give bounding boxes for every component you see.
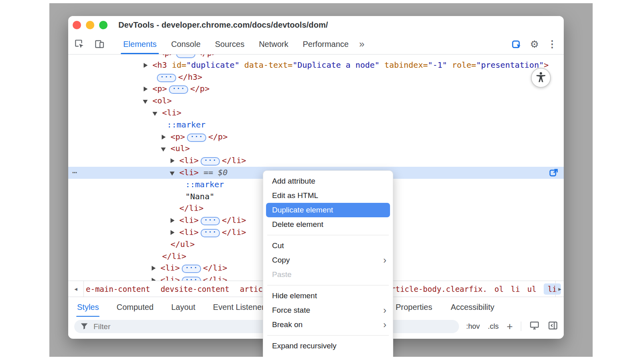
tag-close: </li>	[222, 227, 246, 237]
tag-close: </li>	[222, 156, 246, 165]
tab-network[interactable]: Network	[252, 34, 295, 54]
settings-gear-icon[interactable]: ⚙	[529, 39, 540, 49]
element-action-badge-icon[interactable]	[549, 168, 559, 178]
inline-expand-icon[interactable]: ···	[201, 157, 220, 166]
tag-open: <p>	[171, 132, 185, 142]
minimize-window-button[interactable]	[86, 21, 94, 29]
tag-close: </li>	[222, 215, 246, 225]
inline-expand-icon[interactable]: ···	[157, 74, 176, 82]
row-overflow-dots-icon[interactable]: ⋯	[72, 167, 77, 179]
breadcrumb-item[interactable]: ol	[494, 285, 504, 293]
tag-open: <li>	[162, 108, 181, 117]
tag-close: </p>	[197, 55, 217, 58]
kebab-menu-icon[interactable]: ⋮	[547, 39, 557, 49]
menu-item-label: Force state	[272, 306, 310, 315]
device-toolbar-icon[interactable]	[94, 39, 105, 49]
tab-performance[interactable]: Performance	[296, 34, 356, 54]
tree-row-h3-close[interactable]: ···</h3>	[68, 71, 564, 83]
tab-sources[interactable]: Sources	[208, 34, 252, 54]
tab-styles[interactable]: Styles	[77, 297, 99, 317]
tab-properties[interactable]: Properties	[396, 297, 432, 317]
new-style-rule-button[interactable]: +	[507, 322, 513, 330]
toggle-class-button[interactable]: .cls	[488, 322, 499, 331]
maximize-window-button[interactable]	[99, 21, 108, 29]
tab-console[interactable]: Console	[164, 34, 207, 54]
window-title: DevTools - developer.chrome.com/docs/dev…	[118, 20, 328, 30]
menu-item-collapse-children-clipped[interactable]: Collapse children	[263, 353, 393, 357]
expand-arrow-icon[interactable]	[152, 266, 156, 271]
more-tabs-icon[interactable]: »	[359, 38, 364, 50]
menu-item-add-attribute[interactable]: Add attribute	[263, 174, 393, 188]
collapse-arrow-icon[interactable]	[161, 148, 166, 152]
inline-expand-icon[interactable]: ···	[187, 133, 206, 142]
collapse-arrow-icon[interactable]	[143, 100, 148, 104]
breadcrumb-item[interactable]: e-main-content	[86, 285, 150, 293]
close-window-button[interactable]	[73, 21, 81, 29]
tree-row-clipped-top[interactable]: <p>···</p>	[68, 55, 564, 59]
menu-item-delete-element[interactable]: Delete element	[263, 217, 393, 232]
filter-input[interactable]	[93, 322, 215, 332]
tag-open: <li>	[179, 227, 199, 237]
expand-arrow-icon[interactable]	[144, 63, 148, 68]
toggle-sidebar-icon[interactable]	[548, 320, 558, 333]
menu-item-edit-as-html[interactable]: Edit as HTML	[263, 188, 393, 203]
menu-item-duplicate-element[interactable]: Duplicate element	[266, 203, 390, 217]
filter-funnel-icon	[80, 322, 89, 332]
breadcrumb-item[interactable]: li	[511, 285, 520, 293]
expand-arrow-icon[interactable]	[152, 278, 156, 281]
accessibility-widget-button[interactable]	[531, 68, 551, 88]
breadcrumb-item[interactable]: ul	[527, 285, 536, 293]
tab-accessibility[interactable]: Accessibility	[451, 297, 494, 317]
tree-row-h3[interactable]: <h3id="duplicate"data-text="Duplicate a …	[68, 59, 564, 71]
menu-item-break-on[interactable]: Break on›	[263, 317, 393, 332]
tree-row-p[interactable]: <p>···</p>	[68, 83, 564, 95]
menu-item-expand-recursively[interactable]: Expand recursively	[263, 339, 393, 353]
toggle-hover-state-button[interactable]: :hov	[466, 322, 480, 331]
menu-item-label: Add attribute	[272, 177, 315, 186]
inline-expand-icon[interactable]: ···	[201, 229, 220, 237]
inline-expand-icon[interactable]: ···	[182, 277, 201, 281]
menu-item-hide-element[interactable]: Hide element	[263, 289, 393, 303]
inline-expand-icon[interactable]: ···	[201, 217, 220, 225]
collapse-arrow-icon[interactable]	[170, 172, 175, 176]
expand-arrow-icon[interactable]	[144, 87, 148, 91]
tab-computed[interactable]: Computed	[116, 297, 153, 317]
menu-divider	[267, 335, 389, 336]
breadcrumb-item[interactable]: devsite-content	[160, 285, 230, 293]
pseudo-element-label: ::marker	[167, 120, 205, 129]
attr-value: "Duplicate a node"	[293, 60, 380, 70]
tree-row-li[interactable]: <li>···</li>	[68, 155, 564, 167]
breadcrumb-item[interactable]: rticle-body.clearfix.	[391, 285, 487, 293]
expand-arrow-icon[interactable]	[171, 230, 175, 235]
menu-item-label: Delete element	[272, 220, 323, 229]
expand-arrow-icon[interactable]	[162, 135, 166, 140]
tree-row-li[interactable]: <li>	[68, 107, 564, 119]
accessibility-person-icon	[535, 71, 547, 85]
attr-name: role=	[452, 60, 476, 70]
toolbar-left-icons	[74, 39, 105, 49]
inline-expand-icon[interactable]: ···	[176, 55, 195, 58]
menu-divider	[267, 235, 389, 235]
menu-item-cut[interactable]: Cut	[263, 239, 393, 253]
tree-row-ol[interactable]: <ol>	[68, 95, 564, 107]
extension-inspect-icon[interactable]	[512, 39, 522, 49]
pseudo-element-label: ::marker	[185, 180, 224, 189]
expand-arrow-icon[interactable]	[171, 218, 175, 223]
menu-item-force-state[interactable]: Force state›	[263, 303, 393, 317]
tab-layout[interactable]: Layout	[171, 297, 195, 317]
rendering-emulation-icon[interactable]	[529, 320, 540, 333]
tab-elements[interactable]: Elements	[116, 34, 164, 54]
expand-arrow-icon[interactable]	[171, 158, 175, 163]
menu-item-copy[interactable]: Copy›	[263, 253, 393, 267]
breadcrumb-scroll-right-icon[interactable]: ▶	[555, 281, 564, 297]
tree-row-ul[interactable]: <ul>	[68, 143, 564, 155]
tree-row-p[interactable]: <p>···</p>	[68, 131, 564, 143]
tab-event-listeners[interactable]: Event Listeners	[213, 297, 268, 317]
tree-row-marker[interactable]: ::marker	[68, 119, 564, 131]
breadcrumb-scroll-left-icon[interactable]: ◀	[68, 281, 84, 297]
tag-close: </li>	[203, 263, 227, 273]
inspect-element-icon[interactable]	[74, 39, 85, 49]
inline-expand-icon[interactable]: ···	[182, 265, 201, 273]
collapse-arrow-icon[interactable]	[152, 112, 157, 116]
inline-expand-icon[interactable]: ···	[169, 85, 188, 94]
